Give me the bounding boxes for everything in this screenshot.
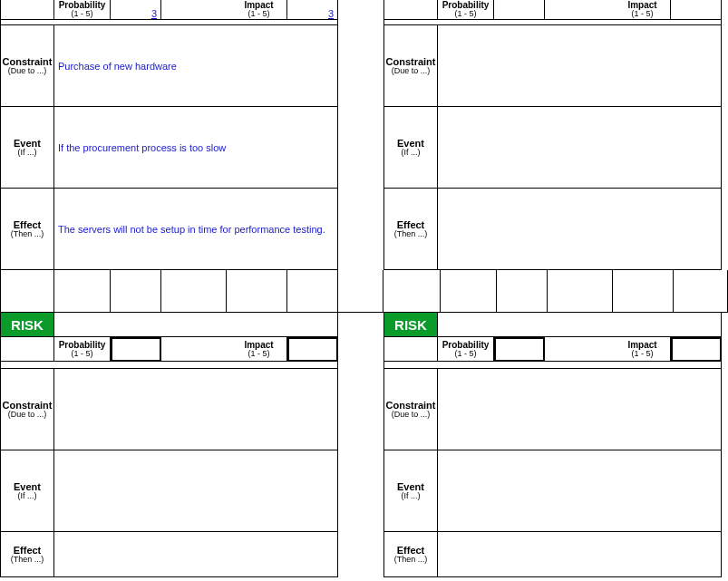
effect-head: Effect(Then ...) [383, 189, 438, 270]
card-row-bottom: RISK Probability(1 - 5) Impact(1 - 5) Co… [0, 313, 728, 577]
impact-label: Impact(1 - 5) [231, 337, 287, 362]
risk-card: Probability(1 - 5) Impact(1 - 5) Constra… [383, 0, 722, 270]
effect-body[interactable]: The servers will not be setup in time fo… [54, 189, 338, 270]
event-row: Event(If ...) [383, 450, 722, 532]
effect-head: Effect(Then ...) [0, 532, 54, 577]
probability-label: Probability(1 - 5) [438, 337, 494, 362]
scores-row: Probability(1 - 5) 3 Impact(1 - 5) 3 [0, 0, 338, 20]
grid-cell [161, 270, 227, 313]
spacer [0, 0, 54, 20]
spacer [383, 337, 438, 362]
grid-cell [613, 270, 674, 313]
gap [545, 0, 615, 20]
grid-cell [338, 270, 383, 313]
constraint-body[interactable] [438, 369, 722, 450]
constraint-head: Constraint(Due to ...) [383, 369, 438, 450]
constraint-row: Constraint(Due to ...) [0, 369, 338, 450]
constraint-head: Constraint(Due to ...) [383, 25, 438, 107]
spacer-row [0, 362, 338, 369]
grid-cell [548, 270, 613, 313]
risk-sheet: Probability(1 - 5) 3 Impact(1 - 5) 3 Con… [0, 0, 728, 577]
probability-label: Probability(1 - 5) [54, 337, 111, 362]
event-row: Event(If ...) [0, 450, 338, 532]
grid-cell [54, 270, 111, 313]
risk-card: RISK Probability(1 - 5) Impact(1 - 5) Co… [0, 313, 338, 577]
event-body[interactable] [438, 450, 722, 532]
scores-row: Probability(1 - 5) Impact(1 - 5) [383, 0, 722, 20]
constraint-head: Constraint(Due to ...) [0, 369, 54, 450]
effect-head: Effect(Then ...) [0, 189, 54, 270]
gap [545, 337, 615, 362]
probability-value[interactable] [111, 337, 161, 362]
scores-row: Probability(1 - 5) Impact(1 - 5) [0, 337, 338, 362]
constraint-row: Constraint(Due to ...) [383, 25, 722, 107]
constraint-body[interactable] [438, 25, 722, 107]
risk-header: RISK [0, 313, 338, 337]
event-row: Event(If ...) [383, 107, 722, 189]
gap [161, 337, 231, 362]
effect-body[interactable] [54, 532, 338, 577]
effect-body[interactable] [438, 532, 722, 577]
impact-value[interactable] [671, 337, 722, 362]
spacer [0, 337, 54, 362]
risk-badge: RISK [0, 313, 54, 337]
impact-label: Impact(1 - 5) [231, 0, 287, 20]
effect-row: Effect(Then ...) [383, 189, 722, 270]
grid-cell [227, 270, 287, 313]
scores-row: Probability(1 - 5) Impact(1 - 5) [383, 337, 722, 362]
gap [161, 0, 231, 20]
impact-value[interactable] [287, 337, 338, 362]
event-head: Event(If ...) [0, 450, 54, 532]
event-body[interactable]: If the procurement process is too slow [54, 107, 338, 189]
constraint-row: Constraint(Due to ...) [383, 369, 722, 450]
spacer [54, 313, 338, 337]
effect-row: Effect(Then ...) [0, 532, 338, 577]
effect-body[interactable] [438, 189, 722, 270]
grid-cell [287, 270, 338, 313]
probability-label: Probability(1 - 5) [54, 0, 111, 20]
event-row: Event(If ...) If the procurement process… [0, 107, 338, 189]
event-body[interactable] [438, 107, 722, 189]
card-row-top: Probability(1 - 5) 3 Impact(1 - 5) 3 Con… [0, 0, 728, 270]
constraint-body[interactable]: Purchase of new hardware [54, 25, 338, 107]
spacer [438, 313, 722, 337]
event-body[interactable] [54, 450, 338, 532]
grid-cell [441, 270, 497, 313]
constraint-body[interactable] [54, 369, 338, 450]
impact-label: Impact(1 - 5) [615, 0, 671, 20]
effect-row: Effect(Then ...) The servers will not be… [0, 189, 338, 270]
grid-cell [111, 270, 161, 313]
grid-cell [497, 270, 548, 313]
risk-badge: RISK [383, 313, 438, 337]
probability-label: Probability(1 - 5) [438, 0, 494, 20]
constraint-row: Constraint(Due to ...) Purchase of new h… [0, 25, 338, 107]
risk-card: Probability(1 - 5) 3 Impact(1 - 5) 3 Con… [0, 0, 338, 270]
probability-value[interactable] [494, 337, 545, 362]
spacer-grid-row [0, 270, 728, 313]
probability-value[interactable]: 3 [111, 0, 161, 20]
spacer [383, 0, 438, 20]
effect-head: Effect(Then ...) [383, 532, 438, 577]
spacer-row [383, 362, 722, 369]
impact-label: Impact(1 - 5) [615, 337, 671, 362]
impact-value[interactable]: 3 [287, 0, 338, 20]
event-head: Event(If ...) [383, 450, 438, 532]
event-head: Event(If ...) [0, 107, 54, 189]
effect-row: Effect(Then ...) [383, 532, 722, 577]
grid-cell [383, 270, 441, 313]
risk-header: RISK [383, 313, 722, 337]
grid-cell [674, 270, 728, 313]
impact-value[interactable] [671, 0, 722, 20]
risk-card: RISK Probability(1 - 5) Impact(1 - 5) Co… [383, 313, 722, 577]
constraint-head: Constraint(Due to ...) [0, 25, 54, 107]
probability-value[interactable] [494, 0, 545, 20]
event-head: Event(If ...) [383, 107, 438, 189]
grid-cell [0, 270, 54, 313]
